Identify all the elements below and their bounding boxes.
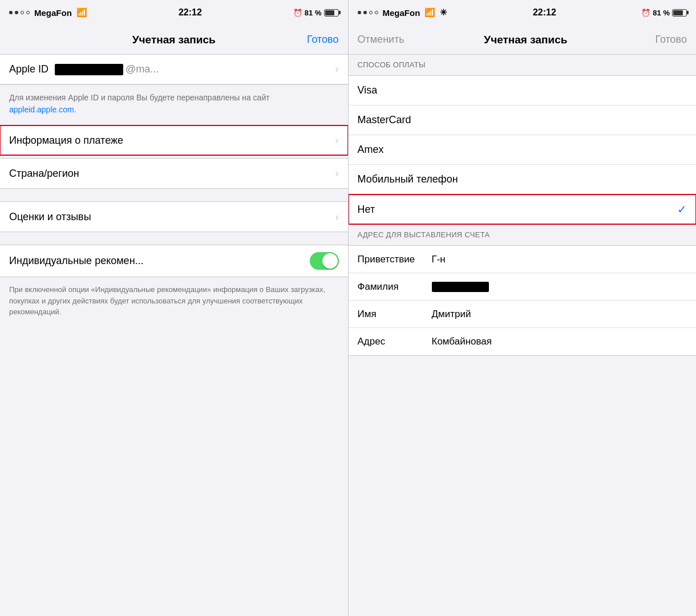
amex-label: Amex xyxy=(358,144,687,156)
payment-option-none[interactable]: Нет ✓ xyxy=(349,194,697,224)
r-alarm-icon: ⏰ xyxy=(641,9,650,17)
left-nav-title: Учетная запись xyxy=(49,34,299,46)
payment-info-chevron: › xyxy=(335,135,339,147)
payment-option-mastercard[interactable]: MasterCard xyxy=(349,106,697,135)
toggle-label: Индивидуальные рекомен... xyxy=(9,255,310,267)
right-nav-title: Учетная запись xyxy=(404,34,647,46)
battery-icon xyxy=(324,9,339,17)
r-brightness-icon: ✳ xyxy=(440,7,447,18)
r-signal-dot-3 xyxy=(369,11,373,14)
r-battery-percent: 81 % xyxy=(653,9,670,17)
left-nav-bar: Учетная запись Готово xyxy=(0,25,348,55)
mastercard-label: MasterCard xyxy=(358,114,687,126)
billing-section-header: АДРЕС ДЛЯ ВЫСТАВЛЕНИЯ СЧЕТА xyxy=(349,225,697,245)
billing-firstname-key: Имя xyxy=(358,309,432,320)
signal-dot-1 xyxy=(9,11,13,14)
country-row[interactable]: Страна/регион › xyxy=(0,159,348,188)
right-done-button[interactable]: Готово xyxy=(647,34,687,46)
billing-greeting-key: Приветствие xyxy=(358,254,432,265)
billing-firstname-row[interactable]: Имя Дмитрий xyxy=(349,301,697,328)
r-signal-dot-2 xyxy=(363,11,367,14)
toggle-switch[interactable] xyxy=(310,252,339,270)
billing-address-key: Адрес xyxy=(358,336,432,347)
billing-greeting-row[interactable]: Приветствие Г-н xyxy=(349,246,697,273)
apple-id-chevron: › xyxy=(335,63,339,75)
visa-label: Visa xyxy=(358,84,687,96)
ratings-chevron: › xyxy=(335,211,339,223)
apple-id-row[interactable]: Apple ID @ma... › xyxy=(0,55,348,84)
billing-lastname-redacted xyxy=(432,282,489,292)
apple-id-info: Для изменения Apple ID и пароля Вы будет… xyxy=(0,85,348,125)
right-status-time: 22:12 xyxy=(533,7,556,18)
info-text-main: Для изменения Apple ID и пароля Вы будет… xyxy=(9,93,270,102)
payment-info-label: Информация о платеже xyxy=(9,135,335,147)
apple-id-value: @ma... xyxy=(55,63,335,75)
r-wifi-icon: 📶 xyxy=(424,7,435,18)
left-status-bar: MegaFon 📶 22:12 ⏰ 81 % xyxy=(0,0,348,25)
country-chevron: › xyxy=(335,168,339,180)
battery-fill xyxy=(325,10,335,15)
apple-id-redacted xyxy=(55,64,123,75)
mobile-label: Мобильный телефон xyxy=(358,173,687,185)
signal-dot-2 xyxy=(15,11,18,14)
payment-option-visa[interactable]: Visa xyxy=(349,76,697,106)
left-status-carrier: MegaFon 📶 xyxy=(9,7,87,18)
r-signal-dot-1 xyxy=(358,11,361,14)
ratings-label: Оценки и отзывы xyxy=(9,211,335,223)
payment-options-list: Visa MasterCard Amex Мобильный телефон Н… xyxy=(349,75,697,225)
billing-lastname-row[interactable]: Фамилия xyxy=(349,273,697,301)
toggle-footer-text: При включенной опции «Индивидуальные рек… xyxy=(0,277,348,327)
billing-address-row[interactable]: Адрес Комбайновая xyxy=(349,328,697,355)
alarm-icon: ⏰ xyxy=(293,9,302,17)
payment-option-mobile[interactable]: Мобильный телефон xyxy=(349,165,697,194)
apple-id-label: Apple ID xyxy=(9,63,55,75)
left-panel: MegaFon 📶 22:12 ⏰ 81 % Учетная запись Го… xyxy=(0,0,348,616)
right-status-carrier: MegaFon 📶 ✳ xyxy=(358,7,448,18)
wifi-icon: 📶 xyxy=(76,7,87,18)
left-done-button[interactable]: Готово xyxy=(299,34,339,46)
left-status-time: 22:12 xyxy=(179,7,202,18)
left-status-right: ⏰ 81 % xyxy=(293,9,339,17)
cancel-button[interactable]: Отменить xyxy=(358,34,404,46)
right-status-bar: MegaFon 📶 ✳ 22:12 ⏰ 81 % xyxy=(349,0,697,25)
battery-percent: 81 % xyxy=(305,9,322,17)
billing-lastname-key: Фамилия xyxy=(358,281,432,293)
billing-firstname-val: Дмитрий xyxy=(432,309,471,320)
payment-section-header: СПОСОБ ОПЛАТЫ xyxy=(349,55,697,75)
signal-dot-3 xyxy=(21,11,24,14)
toggle-knob xyxy=(322,253,338,269)
payment-option-amex[interactable]: Amex xyxy=(349,135,697,165)
billing-greeting-val: Г-н xyxy=(432,254,446,265)
apple-id-link[interactable]: appleid.apple.com. xyxy=(9,105,76,114)
right-status-right: ⏰ 81 % xyxy=(641,9,687,17)
r-battery-icon xyxy=(672,9,687,17)
selected-checkmark: ✓ xyxy=(677,202,687,216)
r-signal-dot-4 xyxy=(375,11,378,14)
country-label: Страна/регион xyxy=(9,168,335,180)
payment-info-row[interactable]: Информация о платеже › xyxy=(0,125,348,155)
right-panel: MegaFon 📶 ✳ 22:12 ⏰ 81 % Отменить Учетна… xyxy=(349,0,697,616)
signal-dot-4 xyxy=(26,11,30,14)
toggle-footer-content: При включенной опции «Индивидуальные рек… xyxy=(9,285,325,316)
billing-fields: Приветствие Г-н Фамилия Имя Дмитрий Адре… xyxy=(349,245,697,356)
none-label: Нет xyxy=(358,204,678,216)
r-battery-fill xyxy=(673,10,683,15)
r-carrier-name: MegaFon xyxy=(383,8,420,18)
carrier-name: MegaFon xyxy=(34,8,72,18)
toggle-row[interactable]: Индивидуальные рекомен... xyxy=(0,245,348,277)
right-nav-bar: Отменить Учетная запись Готово xyxy=(349,25,697,55)
ratings-row[interactable]: Оценки и отзывы › xyxy=(0,202,348,232)
apple-id-email-suffix: @ma... xyxy=(126,63,159,75)
billing-address-val: Комбайновая xyxy=(432,336,492,347)
